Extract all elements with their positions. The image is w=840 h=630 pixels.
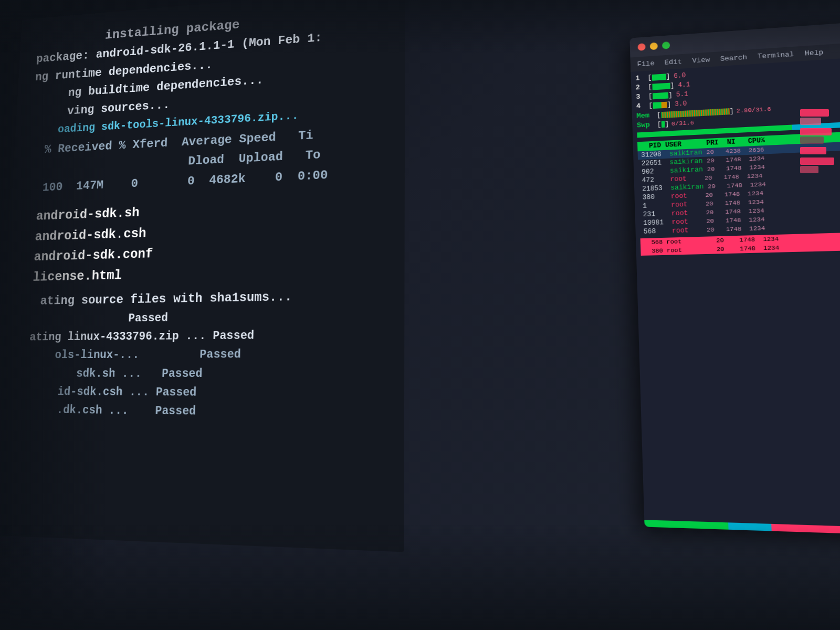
rsb-item-1	[800, 109, 838, 125]
rsb-bar-mauve-1	[800, 118, 821, 125]
rsb-item-2	[800, 128, 838, 144]
dot-yellow[interactable]	[650, 43, 658, 50]
rsb-bar-pink-3	[800, 147, 826, 154]
terminal-main: installing package package: android-sdk-…	[0, 0, 405, 552]
bottom-bars	[644, 520, 840, 536]
perspective-container: installing package package: android-sdk-…	[24, 0, 840, 630]
dot-green[interactable]	[662, 41, 670, 49]
right-sidebar-bars	[798, 105, 840, 177]
rsb-bar-dark-4	[800, 166, 818, 173]
dot-red[interactable]	[638, 43, 646, 51]
bbar-cyan	[728, 522, 772, 531]
bbar-pink	[771, 524, 840, 536]
rsb-item-3	[800, 147, 838, 154]
proc-row-pink-2: 380 root 20 1748 1234	[640, 241, 840, 256]
term-line-dk-csh: .dk.csh ... Passed	[16, 401, 383, 423]
rsb-bar-pink-2	[800, 128, 832, 135]
rsb-item-4	[800, 158, 838, 173]
term-line-zip: ating linux-4333796.zip ... Passed	[20, 325, 384, 346]
terminal-right: File Edit View Search Terminal Help 1 [ …	[629, 21, 840, 536]
term-line-1: installing package	[37, 3, 385, 50]
scene: installing package package: android-sdk-…	[0, 0, 840, 630]
rsb-bar-pink-1	[800, 109, 829, 117]
bbar-green	[644, 520, 728, 530]
rsb-bar-pink-4	[800, 158, 834, 165]
rsb-bar-dark-2	[800, 136, 824, 144]
